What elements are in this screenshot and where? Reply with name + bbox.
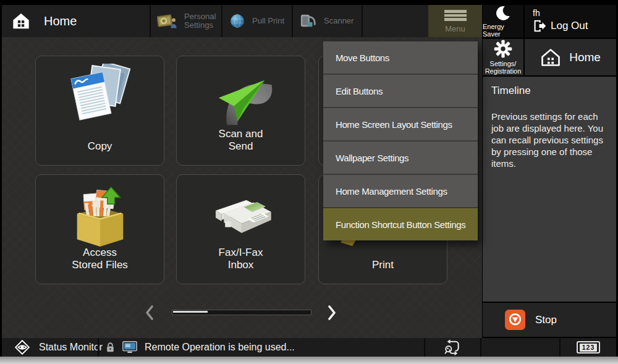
remote-message: Remote Operation is being used... xyxy=(145,342,295,353)
tile-label: Fax/I-Fax Inbox xyxy=(177,247,305,271)
energy-saver-button[interactable]: Energy Saver xyxy=(483,5,523,38)
menu-item-wallpaper-settings[interactable]: Wallpaper Settings xyxy=(323,142,478,175)
home-icon xyxy=(12,12,30,30)
tile-copy[interactable]: Copy xyxy=(35,56,164,166)
home-outline-icon xyxy=(540,47,561,68)
status-monitor-button[interactable]: Status Monitor xyxy=(13,338,103,357)
tile-access-stored-files[interactable]: Access Stored Files xyxy=(35,174,164,284)
home-button-label: Home xyxy=(569,51,601,64)
nav-button-personal-settings[interactable]: Personal Settings xyxy=(157,5,220,37)
divider xyxy=(424,338,425,357)
personal-settings-icon xyxy=(157,12,178,30)
status-monitor-icon xyxy=(13,338,32,357)
divider xyxy=(559,338,561,357)
home-button[interactable]: Home xyxy=(525,39,616,75)
tile-fax-ifax-inbox[interactable]: Fax/I-Fax Inbox xyxy=(176,174,305,284)
hamburger-icon xyxy=(444,9,467,22)
settings-registration-button[interactable]: Settings/ Registration xyxy=(483,39,523,75)
divider xyxy=(480,338,481,357)
menu-button-label: Menu xyxy=(445,24,465,33)
tile-label: Copy xyxy=(36,140,164,153)
copy-icon xyxy=(64,64,137,129)
device-screen: Home Personal Settings Pull Print Scanne… xyxy=(0,0,618,364)
lock-icon xyxy=(106,342,115,353)
pull-print-icon xyxy=(229,12,246,30)
remote-rotate-button[interactable] xyxy=(443,338,462,357)
stop-icon xyxy=(505,310,525,330)
chevron-right-icon xyxy=(326,304,338,321)
page-progress-bar[interactable] xyxy=(172,310,311,315)
menu-item-function-shortcut-button-settings[interactable]: Function Shortcut Button Settings xyxy=(323,208,478,240)
status-monitor-label: Status Monitor xyxy=(39,342,103,353)
numeric-keypad-label: 123 xyxy=(580,344,598,352)
nav-button-label: Personal Settings xyxy=(184,12,216,30)
nav-button-label: Pull Print xyxy=(252,17,284,25)
tile-scan-and-send[interactable]: Scan and Send xyxy=(176,56,305,166)
menu-item-home-management-settings[interactable]: Home Management Settings xyxy=(323,175,478,208)
home-tab-label: Home xyxy=(44,14,77,28)
page-prev-button[interactable] xyxy=(143,304,157,321)
top-bar: Home Personal Settings Pull Print Scanne… xyxy=(2,5,482,37)
scan-and-send-icon xyxy=(204,64,278,129)
tile-label: Access Stored Files xyxy=(36,247,164,271)
device-bezel xyxy=(0,357,618,364)
remote-status: Remote Operation is being used... xyxy=(106,338,295,357)
scanner-icon xyxy=(299,13,318,29)
divider xyxy=(98,338,99,357)
moon-icon xyxy=(495,5,511,21)
username-label: fh xyxy=(533,8,616,18)
divider xyxy=(292,5,293,37)
status-bar: Status Monitor Remote Operation is being… xyxy=(2,338,616,357)
gear-icon xyxy=(494,40,512,58)
access-stored-files-icon xyxy=(63,182,137,250)
chevron-left-icon xyxy=(143,304,156,321)
tile-label: Scan and Send xyxy=(177,128,305,153)
timeline-title: Timeline xyxy=(491,85,607,97)
menu-item-home-screen-layout-settings[interactable]: Home Screen Layout Settings xyxy=(323,108,478,142)
divider xyxy=(221,5,222,37)
menu-button[interactable]: Menu xyxy=(428,5,482,37)
nav-button-scanner[interactable]: Scanner xyxy=(299,5,360,37)
stop-button[interactable]: Stop xyxy=(505,310,557,330)
remote-desktop-icon xyxy=(122,341,137,353)
nav-button-label: Scanner xyxy=(324,17,353,25)
page-progress-fill xyxy=(173,311,208,313)
divider xyxy=(362,5,363,37)
divider xyxy=(150,5,151,37)
fax-inbox-icon xyxy=(201,182,281,247)
page-next-button[interactable] xyxy=(326,304,339,321)
logout-button[interactable]: fh Log Out xyxy=(525,5,616,38)
settings-registration-label: Settings/ Registration xyxy=(485,60,522,75)
numeric-keypad-button[interactable]: 123 xyxy=(577,341,600,353)
energy-saver-label: Energy Saver xyxy=(483,23,523,38)
home-tab[interactable]: Home xyxy=(2,5,150,37)
stop-button-label: Stop xyxy=(535,314,557,326)
logout-label: Log Out xyxy=(551,20,588,32)
nav-button-pull-print[interactable]: Pull Print xyxy=(229,5,290,37)
menu-item-move-buttons[interactable]: Move Buttons xyxy=(323,41,478,75)
timeline-panel: Timeline Previous settings for each job … xyxy=(483,77,616,302)
logout-icon xyxy=(533,19,546,33)
stop-panel: Stop xyxy=(483,303,616,337)
timeline-description: Previous settings for each job are displ… xyxy=(491,111,609,169)
rotate-bubbles-icon xyxy=(443,338,462,357)
menu-dropdown: Move Buttons Edit Buttons Home Screen La… xyxy=(323,41,478,240)
tile-label: Print xyxy=(319,259,447,271)
menu-item-edit-buttons[interactable]: Edit Buttons xyxy=(323,75,478,108)
